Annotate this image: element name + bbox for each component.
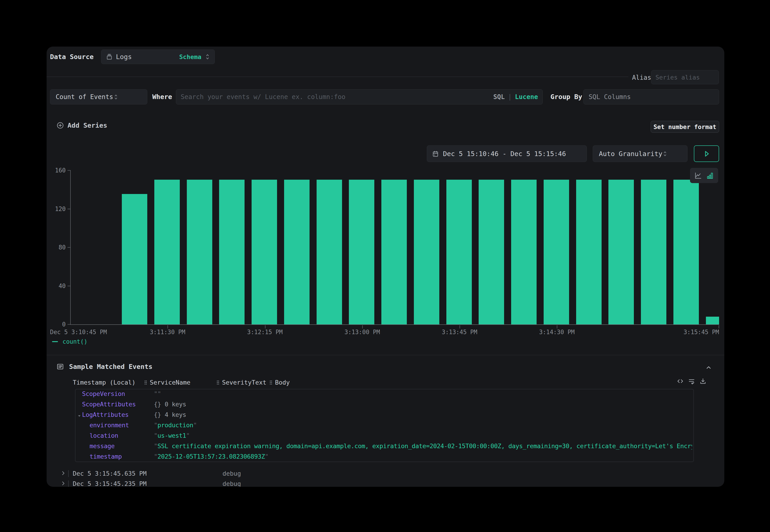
event-timestamp: Dec 5 3:15:45.635 PM — [73, 470, 147, 477]
event-timestamp: Dec 5 3:15:45.235 PM — [73, 480, 147, 487]
expand-row-icon[interactable] — [60, 470, 66, 476]
row-accent-bar — [68, 480, 69, 487]
events-table-body: Dec 5 3:15:45.635 PMdebugDec 5 3:15:45.2… — [47, 47, 724, 487]
row-accent-bar — [68, 470, 69, 477]
event-severity: debug — [222, 470, 241, 477]
expand-row-icon[interactable] — [60, 481, 66, 486]
event-severity: debug — [222, 480, 241, 487]
event-row[interactable]: Dec 5 3:15:45.235 PMdebug — [47, 479, 724, 487]
query-builder-panel: Data Source Logs Schema Alias Count of E… — [47, 47, 724, 487]
event-row[interactable]: Dec 5 3:15:45.635 PMdebug — [47, 469, 724, 479]
